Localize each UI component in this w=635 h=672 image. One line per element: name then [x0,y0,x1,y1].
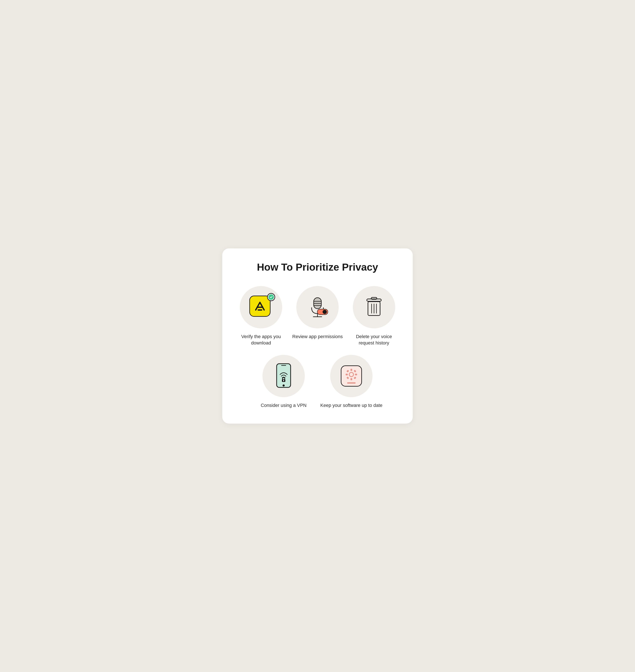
gear-update-icon [341,365,362,386]
check-icon [270,296,272,298]
svg-point-22 [349,373,353,377]
item-review-permissions: Review app permissions [291,286,344,346]
software-update-circle [330,355,373,397]
review-permissions-label: Review app permissions [292,333,343,340]
svg-rect-26 [355,374,357,375]
verify-apps-circle [240,286,282,328]
svg-line-1 [260,303,264,310]
verify-apps-label: Verify the apps you download [235,333,287,346]
trash-icon [365,297,384,318]
svg-rect-24 [351,378,352,380]
software-update-label: Keep your software up to date [320,402,382,409]
svg-rect-11 [371,297,376,299]
app-store-logo [254,300,266,313]
phone-vpn-icon [274,363,293,389]
main-card: How To Prioritize Privacy [222,248,413,424]
permissions-circle [296,286,339,328]
item-software-update: Keep your software up to date [320,355,383,409]
svg-rect-23 [351,369,352,371]
toggle-pill [317,309,328,315]
vpn-label: Consider using a VPN [261,402,306,409]
svg-rect-16 [277,364,291,387]
bottom-grid: Consider using a VPN [235,355,400,409]
toggle-dot [323,310,327,314]
svg-rect-28 [354,370,356,373]
gear-svg [345,368,357,381]
microphone-icon [309,297,326,318]
toggle-icon [317,309,328,315]
gear-box [341,365,362,386]
phone-svg [274,363,293,388]
delete-voice-label: Delete your voice request history [348,333,400,346]
svg-rect-21 [283,380,284,381]
delete-voice-circle [353,286,395,328]
page-title: How To Prioritize Privacy [235,261,400,273]
svg-rect-29 [347,377,349,379]
svg-rect-30 [354,377,356,379]
item-delete-voice: Delete your voice request history [348,286,400,346]
svg-point-18 [283,384,285,386]
check-inner [268,294,274,300]
vpn-circle [262,355,305,397]
svg-rect-27 [347,370,349,373]
item-vpn: Consider using a VPN [252,355,315,409]
svg-line-0 [256,303,260,310]
checkmark-badge [267,293,275,301]
top-grid: Verify the apps you download [235,286,400,346]
gear-bottom-bar [347,382,356,384]
item-verify-apps: Verify the apps you download [235,286,287,346]
app-store-icon [249,296,272,319]
svg-rect-25 [346,374,348,375]
